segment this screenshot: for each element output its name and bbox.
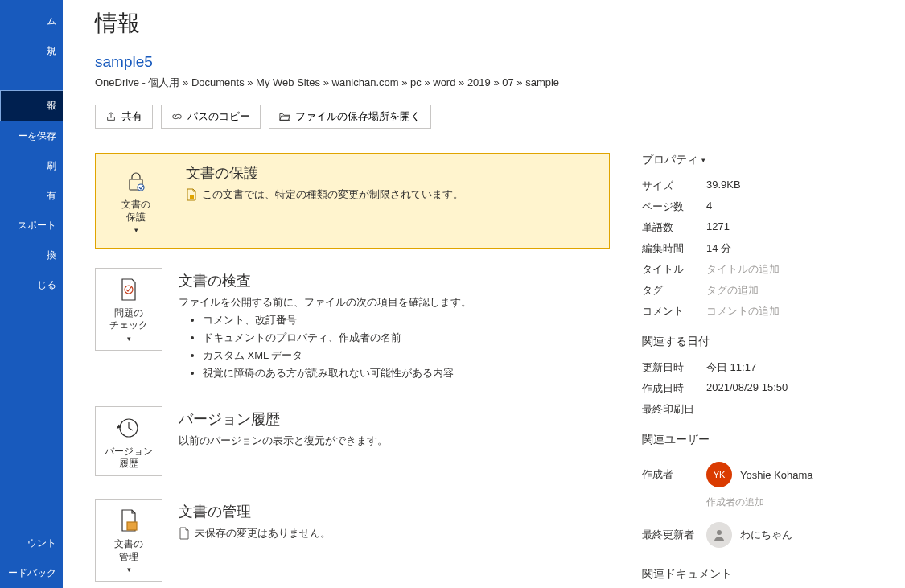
folder-open-icon — [279, 111, 290, 122]
sidebar-item-home[interactable]: ム — [0, 6, 63, 36]
inspect-list: コメント、改訂番号 ドキュメントのプロパティ、作成者の名前 カスタム XML デ… — [203, 313, 610, 380]
prop-row-words: 単語数 1271 — [642, 217, 867, 238]
backstage-sidebar: ム 規 報 ーを保存 刷 有 スポート 換 じる ウント ードバック — [0, 0, 63, 588]
sidebar-item-save-copy[interactable]: ーを保存 — [0, 121, 63, 151]
prop-row-pages: ページ数 4 — [642, 196, 867, 217]
prop-row-modified: 更新日時 今日 11:17 — [642, 357, 867, 378]
check-issues-button[interactable]: 問題の チェック ▾ — [95, 268, 162, 351]
action-row: 共有 パスのコピー ファイルの保存場所を開く — [95, 105, 881, 129]
protect-document-button[interactable]: 文書の 保護 ▾ — [102, 160, 170, 241]
document-lock-icon — [186, 188, 197, 201]
related-documents-header: 関連ドキュメント — [642, 567, 867, 582]
prop-row-size: サイズ 39.9KB — [642, 175, 867, 196]
manage-desc: 未保存の変更はありません。 — [195, 526, 331, 541]
check-document-icon — [116, 277, 142, 302]
open-file-location-button[interactable]: ファイルの保存場所を開く — [269, 105, 431, 129]
chevron-down-icon: ▾ — [127, 335, 131, 343]
prop-row-last-printed: 最終印刷日 — [642, 399, 867, 420]
prop-row-title[interactable]: タイトル タイトルの追加 — [642, 259, 867, 280]
lock-icon — [123, 168, 149, 194]
version-desc: 以前のバージョンの表示と復元ができます。 — [179, 434, 610, 448]
manage-document-block: 文書の 管理 ▾ 文書の管理 未保存の変更はありません。 — [95, 499, 610, 582]
prop-row-edit-time: 編集時間 14 分 — [642, 238, 867, 259]
related-users-header: 関連ユーザー — [642, 433, 867, 447]
list-item: カスタム XML データ — [203, 348, 610, 363]
sidebar-item-print[interactable]: 刷 — [0, 151, 63, 181]
svg-rect-2 — [190, 195, 194, 199]
document-manage-icon — [116, 508, 142, 533]
breadcrumb: OneDrive - 個人用 » Documents » My Web Site… — [95, 76, 881, 90]
avatar: YK — [706, 462, 732, 487]
add-author-field[interactable]: 作成者の追加 — [706, 494, 867, 516]
author-label: 作成者 — [642, 467, 706, 482]
manage-title: 文書の管理 — [179, 502, 610, 521]
sidebar-item-new[interactable]: 規 — [0, 36, 63, 66]
sidebar-item-account[interactable]: ウント — [0, 528, 63, 558]
version-title: バージョン履歴 — [179, 409, 610, 429]
list-item: コメント、改訂番号 — [203, 313, 610, 327]
chevron-down-icon: ▾ — [134, 226, 138, 234]
last-modified-by-label: 最終更新者 — [642, 528, 706, 542]
prop-row-comments[interactable]: コメント コメントの追加 — [642, 301, 867, 322]
page-title: 情報 — [95, 8, 881, 39]
copy-path-button[interactable]: パスのコピー — [161, 105, 261, 129]
related-dates-header: 関連する日付 — [642, 335, 867, 349]
svg-rect-5 — [127, 522, 137, 530]
properties-panel: プロパティ▾ サイズ 39.9KB ページ数 4 単語数 1271 編集時間 1… — [642, 153, 867, 588]
properties-header[interactable]: プロパティ▾ — [642, 153, 867, 167]
document-title: sample5 — [95, 53, 881, 71]
protect-title: 文書の保護 — [186, 163, 603, 183]
sidebar-item-share[interactable]: 有 — [0, 181, 63, 211]
inspect-document-block: 問題の チェック ▾ 文書の検査 ファイルを公開する前に、ファイルの次の項目を確… — [95, 268, 610, 384]
protect-desc: この文書では、特定の種類の変更が制限されています。 — [202, 187, 463, 202]
version-history-block: バージョン 履歴 バージョン履歴 以前のバージョンの表示と復元ができます。 — [95, 406, 610, 476]
last-modified-user[interactable]: わにちゃん — [706, 519, 792, 551]
list-item: ドキュメントのプロパティ、作成者の名前 — [203, 331, 610, 345]
prop-row-tags[interactable]: タグ タグの追加 — [642, 280, 867, 301]
sidebar-item-export[interactable]: スポート — [0, 211, 63, 241]
sidebar-item-info[interactable]: 報 — [0, 90, 63, 121]
avatar — [706, 522, 732, 548]
person-icon — [712, 528, 726, 542]
link-icon — [171, 111, 183, 122]
sidebar-item-transform[interactable]: 換 — [0, 241, 63, 270]
prop-row-created: 作成日時 2021/08/29 15:50 — [642, 378, 867, 399]
chevron-down-icon: ▾ — [701, 156, 705, 164]
chevron-down-icon: ▾ — [127, 565, 131, 574]
sidebar-item-close[interactable]: じる — [0, 270, 63, 300]
share-button[interactable]: 共有 — [95, 105, 153, 129]
share-icon — [105, 111, 117, 122]
inspect-title: 文書の検査 — [179, 271, 610, 290]
list-item: 視覚に障碍のある方が読み取れない可能性がある内容 — [203, 366, 610, 380]
manage-document-button[interactable]: 文書の 管理 ▾ — [95, 499, 162, 582]
document-icon — [179, 527, 190, 540]
sidebar-item-feedback[interactable]: ードバック — [0, 558, 63, 588]
version-history-button[interactable]: バージョン 履歴 — [95, 406, 162, 476]
svg-point-6 — [717, 530, 722, 535]
history-icon — [116, 415, 142, 441]
protect-document-block: 文書の 保護 ▾ 文書の保護 この文書では、特定の種類の変更が制限されています。 — [95, 153, 610, 249]
main-panel: 情報 sample5 OneDrive - 個人用 » Documents » … — [63, 0, 905, 588]
author-user[interactable]: YK Yoshie Kohama — [706, 458, 813, 491]
inspect-desc: ファイルを公開する前に、ファイルの次の項目を確認します。 — [179, 295, 610, 310]
